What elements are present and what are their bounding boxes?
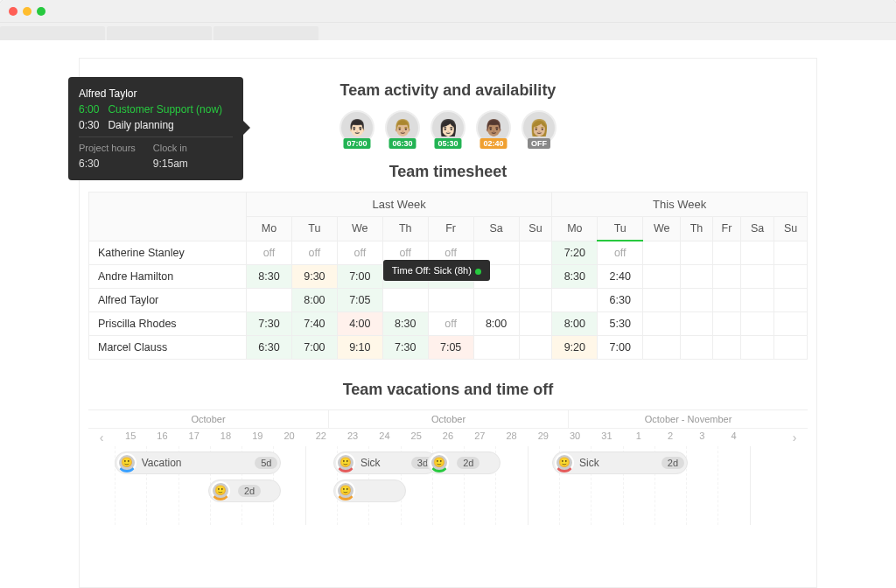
browser-tab[interactable]: [107, 26, 212, 40]
timesheet-cell[interactable]: 9:20: [552, 336, 598, 360]
timesheet-cell[interactable]: [712, 312, 740, 336]
timesheet-cell[interactable]: 9:30: [291, 265, 337, 289]
timesheet-cell[interactable]: 7:30: [247, 312, 292, 336]
window-titlebar: [0, 0, 896, 23]
timesheet-cell[interactable]: 5:30: [598, 312, 643, 336]
timesheet-cell[interactable]: [643, 241, 681, 265]
timesheet-cell[interactable]: [681, 265, 713, 289]
timesheet-cell[interactable]: 2:40: [598, 265, 643, 289]
timesheet-cell[interactable]: [712, 289, 740, 312]
day-number: 22: [305, 429, 337, 446]
timesheet-cell[interactable]: [519, 336, 552, 360]
timesheet-cell[interactable]: [643, 265, 681, 289]
timesheet-cell[interactable]: [712, 265, 740, 289]
timesheet-cell[interactable]: [681, 289, 713, 312]
timesheet-cell[interactable]: 7:40: [291, 312, 337, 336]
timesheet-cell[interactable]: [643, 289, 681, 312]
timesheet-cell[interactable]: [643, 336, 681, 360]
timesheet-cell[interactable]: [519, 312, 552, 336]
timesheet-cell[interactable]: 7:05: [337, 289, 382, 312]
timesheet-cell[interactable]: [519, 289, 552, 312]
day-number: 30: [559, 429, 591, 446]
timesheet-cell[interactable]: 7:05: [428, 336, 473, 360]
day-header: Sa: [741, 217, 774, 242]
minimize-icon[interactable]: [23, 7, 32, 16]
timesheet-cell[interactable]: [712, 241, 740, 265]
timesheet-cell[interactable]: [774, 289, 808, 312]
timesheet-cell[interactable]: [774, 265, 808, 289]
timesheet-cell[interactable]: [519, 265, 552, 289]
timeoff-bar[interactable]: 🙂2d: [208, 480, 281, 502]
day-number: 28: [495, 429, 527, 446]
timesheet-cell[interactable]: 6:30: [598, 289, 643, 312]
close-icon[interactable]: [9, 7, 18, 16]
timeoff-bar[interactable]: 🙂2d: [427, 452, 500, 474]
timesheet-cell[interactable]: [519, 241, 552, 265]
day-number: 20: [273, 429, 304, 446]
timesheet-cell[interactable]: 8:30: [247, 265, 292, 289]
team-avatar[interactable]: 👨🏻07:00: [340, 110, 374, 145]
week-group-header: This Week: [552, 192, 808, 217]
timeoff-bar[interactable]: 🙂Sick3d: [333, 452, 438, 474]
timesheet-cell[interactable]: 7:00: [291, 336, 337, 360]
timesheet-cell[interactable]: 6:30: [247, 336, 292, 360]
timeoff-duration: 2d: [238, 485, 261, 497]
employee-name[interactable]: Priscilla Rhodes: [89, 312, 247, 336]
team-avatar[interactable]: 👩🏼OFF: [522, 110, 556, 145]
team-avatar[interactable]: 👨🏼06:30: [385, 110, 420, 145]
timesheet-cell[interactable]: [473, 289, 519, 312]
timesheet-cell[interactable]: 7:30: [382, 336, 428, 360]
timesheet-cell[interactable]: [643, 312, 681, 336]
timesheet-cell[interactable]: [741, 289, 774, 312]
timesheet-cell[interactable]: 7:20: [552, 241, 598, 265]
tooltip-line1-time: 6:00: [79, 103, 99, 116]
employee-name[interactable]: Alfred Taylor: [89, 289, 247, 312]
timesheet-cell[interactable]: [681, 336, 713, 360]
timesheet-cell[interactable]: [382, 289, 428, 312]
timesheet-cell[interactable]: 8:30: [382, 312, 428, 336]
timesheet-cell[interactable]: 7:00: [337, 265, 382, 289]
team-avatar[interactable]: 👩🏻05:30: [430, 110, 466, 145]
day-header: Su: [774, 217, 808, 242]
timeoff-bar[interactable]: 🙂: [333, 480, 406, 502]
timesheet-cell[interactable]: [681, 312, 713, 336]
timesheet-cell[interactable]: off: [428, 312, 473, 336]
timesheet-cell[interactable]: [741, 336, 774, 360]
timesheet-cell[interactable]: off: [247, 241, 292, 265]
timesheet-cell[interactable]: 4:00: [337, 312, 382, 336]
timesheet-cell[interactable]: off: [598, 241, 643, 265]
timesheet-cell[interactable]: [741, 265, 774, 289]
employee-name[interactable]: Andre Hamilton: [89, 265, 247, 289]
timesheet-cell[interactable]: 8:00: [473, 312, 519, 336]
timesheet-cell[interactable]: off: [337, 241, 382, 265]
employee-name[interactable]: Marcel Clauss: [89, 336, 247, 360]
timeoff-bar[interactable]: 🙂Sick2d: [552, 452, 688, 474]
employee-name[interactable]: Katherine Stanley: [89, 241, 247, 265]
timesheet-cell[interactable]: [552, 289, 598, 312]
next-arrow-icon[interactable]: ›: [781, 429, 808, 446]
timesheet-cell[interactable]: [473, 336, 519, 360]
timesheet-cell[interactable]: 7:00: [598, 336, 643, 360]
timesheet-cell[interactable]: 9:10: [337, 336, 382, 360]
timesheet-cell[interactable]: [774, 241, 808, 265]
timesheet-cell[interactable]: [428, 289, 473, 312]
timesheet-cell[interactable]: [774, 336, 808, 360]
timesheet-cell[interactable]: [712, 336, 740, 360]
timesheet-cell[interactable]: [774, 312, 808, 336]
timesheet-cell[interactable]: 8:30: [552, 265, 598, 289]
timesheet-cell[interactable]: [741, 312, 774, 336]
timesheet-cell[interactable]: 8:00: [552, 312, 598, 336]
timesheet-cell[interactable]: 7:35Time Off: Sick (8h): [382, 265, 428, 289]
timeoff-bar[interactable]: 🙂Vacation5d: [115, 452, 282, 474]
timesheet-cell[interactable]: [247, 289, 292, 312]
tooltip-line2-task: Daily planning: [108, 119, 173, 131]
timesheet-cell[interactable]: [741, 241, 774, 265]
browser-tab[interactable]: [214, 26, 318, 40]
maximize-icon[interactable]: [37, 7, 46, 16]
timesheet-cell[interactable]: [681, 241, 713, 265]
timesheet-cell[interactable]: off: [291, 241, 337, 265]
prev-arrow-icon[interactable]: ‹: [88, 429, 115, 446]
timesheet-cell[interactable]: 8:00: [291, 289, 337, 312]
browser-tab[interactable]: [0, 26, 105, 40]
team-avatar[interactable]: 👨🏽02:40: [476, 110, 511, 145]
